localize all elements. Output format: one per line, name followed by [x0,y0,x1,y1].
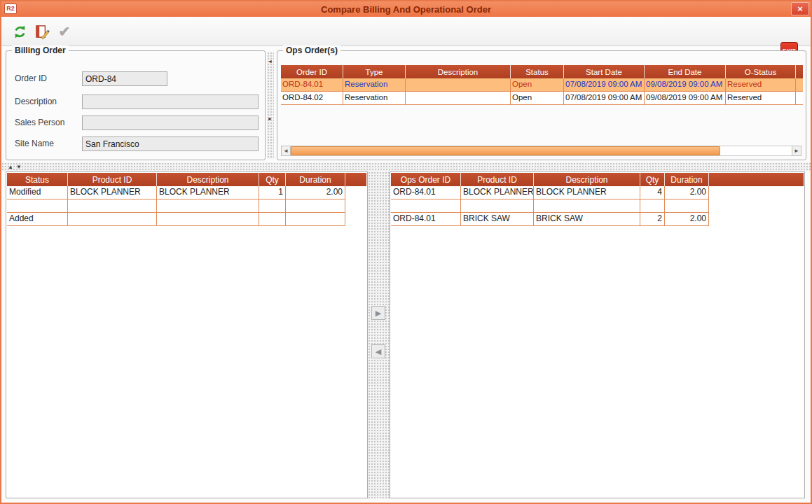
ops-items-header-row: Ops Order ID Product ID Description Qty … [391,173,804,186]
row-filler [796,78,803,92]
ops-orders-grid: Order ID Type Description Status Start D… [281,65,803,105]
ops-horizontal-scrollbar[interactable]: ◄ ► [281,146,801,156]
scroll-left-button[interactable]: ◄ [281,146,291,156]
collapse-right-icon[interactable]: ► [268,116,273,122]
cell-duration[interactable]: 2.00 [286,186,345,200]
cell-qty[interactable]: 4 [640,186,665,200]
column-header-product-id: Product ID [68,173,157,186]
cell-status[interactable]: Added [7,213,68,226]
cell-duration[interactable] [665,200,709,213]
billing-order-title: Billing Order [12,46,69,55]
order-id-field[interactable] [82,71,167,86]
scrollbar-track[interactable] [291,146,792,156]
ops-item-row[interactable]: ORD-84.01 BRICK SAW BRICK SAW 2 2.00 [391,213,804,226]
items-splitter[interactable]: ▶ ◀ [368,172,390,498]
cell-qty[interactable] [259,213,286,226]
sales-person-label: Sales Person [15,115,64,130]
column-header-qty: Qty [640,173,665,186]
column-header-type: Type [343,65,406,78]
cell-description[interactable] [534,200,640,213]
cell-product-id[interactable]: BLOCK PLANNER [461,186,534,200]
billing-item-row[interactable]: Added [7,213,366,226]
row-filler [345,213,366,226]
billing-order-panel: Billing Order Order ID Description Sales… [6,50,266,160]
cell-description[interactable]: BLOCK PLANNER [534,186,640,200]
titlebar: R2 Compare Billing And Operational Order… [1,1,811,17]
cell-duration[interactable] [286,200,345,213]
vertical-splitter[interactable]: ◄ ► [267,52,274,159]
row-filler [709,186,804,200]
collapse-left-icon[interactable]: ◄ [268,59,273,64]
ops-item-row[interactable]: ORD-84.01 BLOCK PLANNER BLOCK PLANNER 4 … [391,186,804,200]
sales-person-field[interactable] [82,115,259,130]
scroll-right-button[interactable]: ► [792,146,801,156]
column-header-description: Description [406,65,511,78]
cell-order-id[interactable]: ORD-84.01 [281,78,343,92]
cell-start-date[interactable]: 07/08/2019 09:00 AM [564,92,645,105]
cell-duration[interactable] [286,213,345,226]
column-header-filler [709,173,804,186]
cell-product-id[interactable]: BLOCK PLANNER [68,186,157,200]
description-field[interactable] [82,94,259,109]
cell-description[interactable] [406,78,511,92]
cell-start-date[interactable]: 07/08/2019 09:00 AM [564,78,645,92]
collapse-up-icon[interactable]: ▲ [8,164,13,170]
column-header-product-id: Product ID [461,173,534,186]
edit-note-icon [34,24,50,40]
cell-product-id[interactable] [461,200,534,213]
close-button[interactable]: × [791,2,809,15]
description-label: Description [15,94,57,109]
billing-item-row[interactable]: Modified BLOCK PLANNER BLOCK PLANNER 1 2… [7,186,366,200]
app-window: R2 Compare Billing And Operational Order… [0,0,812,504]
scrollbar-thumb[interactable] [291,146,720,155]
cell-qty[interactable] [640,200,665,213]
cell-product-id[interactable] [68,200,157,213]
cell-description[interactable] [157,200,259,213]
ops-items-panel: Ops Order ID Product ID Description Qty … [390,172,805,498]
ops-items-grid: Ops Order ID Product ID Description Qty … [391,173,804,226]
horizontal-splitter[interactable]: ▲ ▼ [1,162,811,172]
cell-type[interactable]: Reservation [343,78,406,92]
ops-order-row-selected[interactable]: ORD-84.01 Reservation Open 07/08/2019 09… [281,78,803,92]
cell-o-status[interactable]: Reserved [726,92,796,105]
billing-items-grid: Status Product ID Description Qty Durati… [7,173,366,226]
cell-ops-order-id[interactable]: ORD-84.01 [391,186,461,200]
cell-o-status[interactable]: Reserved [726,78,796,92]
move-left-button[interactable]: ◀ [371,344,385,358]
cell-end-date[interactable]: 09/08/2019 09:00 AM [645,78,726,92]
confirm-button[interactable]: ✔ [55,22,74,41]
cell-qty[interactable]: 1 [259,186,286,200]
site-name-field[interactable] [82,136,259,151]
cell-description[interactable] [157,213,259,226]
cell-order-id[interactable]: ORD-84.02 [281,92,343,105]
collapse-down-icon[interactable]: ▼ [16,164,22,170]
cell-duration[interactable]: 2.00 [665,186,709,200]
billing-items-header-row: Status Product ID Description Qty Durati… [7,173,366,186]
move-right-button[interactable]: ▶ [371,306,385,320]
row-filler [709,213,804,226]
ops-order-row[interactable]: ORD-84.02 Reservation Open 07/08/2019 09… [281,92,803,105]
save-button[interactable] [32,22,52,41]
cell-ops-order-id[interactable]: ORD-84.01 [391,213,461,226]
order-id-label: Order ID [15,71,47,86]
cell-product-id[interactable]: BRICK SAW [461,213,534,226]
cell-qty[interactable]: 2 [640,213,665,226]
cell-status[interactable] [7,200,68,213]
cell-description[interactable] [406,92,511,105]
cell-ops-order-id[interactable] [391,200,461,213]
cell-product-id[interactable] [68,213,157,226]
column-header-duration: Duration [286,173,345,186]
refresh-button[interactable] [10,22,29,41]
cell-description[interactable]: BRICK SAW [534,213,640,226]
cell-status[interactable]: Open [511,92,564,105]
cell-qty[interactable] [259,200,286,213]
cell-status[interactable]: Open [511,78,564,92]
column-header-o-status: O-Status [726,65,796,78]
ops-item-row[interactable] [391,200,804,213]
cell-end-date[interactable]: 09/08/2019 09:00 AM [645,92,726,105]
cell-duration[interactable]: 2.00 [665,213,709,226]
cell-description[interactable]: BLOCK PLANNER [157,186,259,200]
billing-item-row[interactable] [7,200,366,213]
cell-type[interactable]: Reservation [343,92,406,105]
cell-status[interactable]: Modified [7,186,68,200]
